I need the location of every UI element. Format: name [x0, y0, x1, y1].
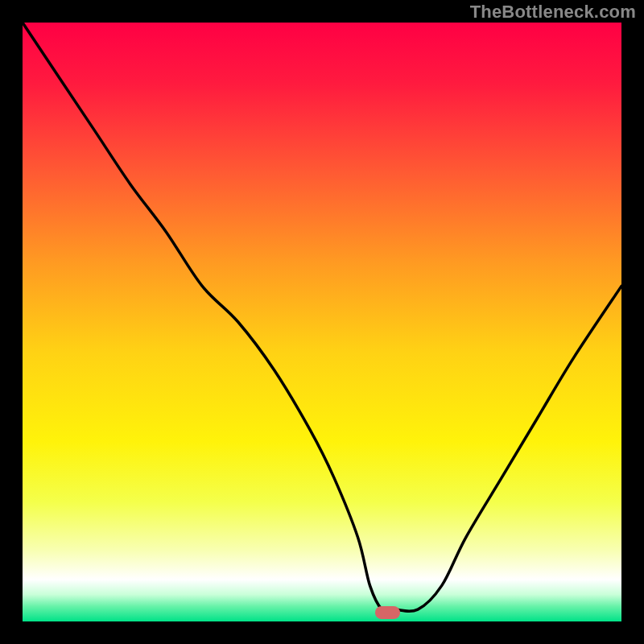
optimal-marker — [375, 606, 400, 619]
chart-container: TheBottleneck.com — [0, 0, 644, 644]
gradient-background — [23, 23, 621, 621]
watermark-text: TheBottleneck.com — [470, 2, 636, 23]
svg-rect-0 — [23, 23, 621, 621]
plot-area — [23, 23, 621, 621]
